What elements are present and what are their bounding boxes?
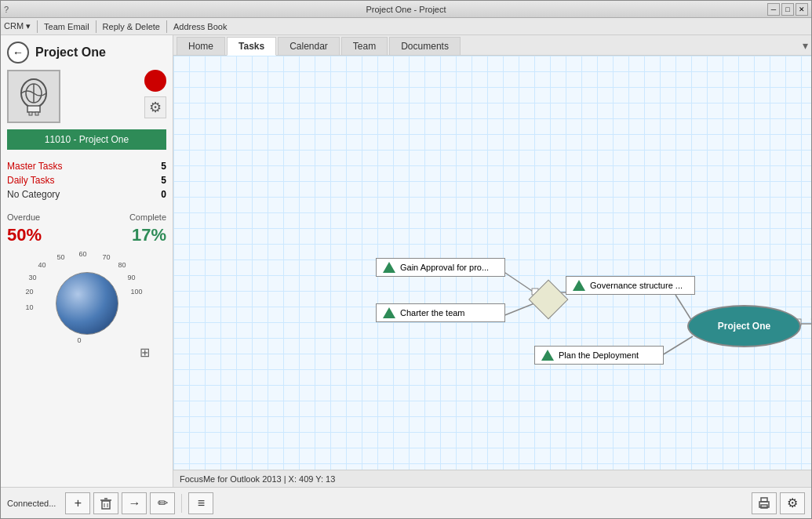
- diagram-status-bar: FocusMe for Outlook 2013 | X: 409 Y: 13: [173, 470, 811, 487]
- toolbar-sep1: [37, 20, 38, 33]
- stats-section: Master Tasks 5 Daily Tasks 5 No Category…: [7, 159, 166, 201]
- svg-rect-18: [102, 501, 110, 509]
- gauge-num-80: 80: [118, 261, 126, 269]
- charter-team-label: Charter the team: [400, 308, 465, 318]
- diagram-status-text: FocusMe for Outlook 2013 | X: 409 Y: 13: [180, 474, 335, 484]
- node-plan-deployment[interactable]: Plan the Deployment: [534, 346, 664, 365]
- node-charter-team[interactable]: Charter the team: [376, 303, 505, 322]
- complete-label: Complete: [129, 212, 166, 222]
- gauge-ball: [56, 272, 118, 335]
- gauge-num-0: 0: [78, 336, 82, 344]
- trash-icon: [99, 496, 113, 510]
- list-button[interactable]: ≡: [188, 492, 213, 514]
- connection-status: Connected...: [7, 499, 56, 508]
- tab-tasks[interactable]: Tasks: [227, 37, 276, 56]
- gauge-num-30: 30: [29, 274, 37, 281]
- tab-dropdown-icon[interactable]: ▾: [803, 39, 808, 52]
- daily-tasks-value: 5: [161, 175, 166, 186]
- node-governance[interactable]: Governance structure ...: [566, 276, 695, 295]
- gear-icon[interactable]: ⚙: [144, 96, 166, 118]
- title-bar: ? Project One - Project ─ □ ✕: [1, 1, 811, 18]
- complete-value: 17%: [132, 225, 166, 245]
- help-button[interactable]: ?: [4, 5, 9, 14]
- svg-line-7: [503, 303, 534, 316]
- svg-rect-3: [27, 106, 40, 112]
- right-panel: Home Tasks Calendar Team Documents ▾: [173, 35, 811, 487]
- footer-sep1: [181, 494, 182, 513]
- overdue-label: Overdue: [7, 212, 40, 222]
- svg-rect-5: [35, 112, 38, 115]
- footer-toolbar: Connected... + → ✏ ≡ ⚙: [1, 487, 811, 518]
- print-button[interactable]: [752, 492, 777, 514]
- gauge-num-90: 90: [128, 274, 136, 281]
- sidebar-header: ← Project One: [7, 42, 166, 64]
- avatar-area: ⚙: [7, 70, 166, 123]
- brain-icon: [13, 76, 54, 117]
- window-controls: ─ □ ✕: [767, 3, 808, 16]
- avatar: [7, 70, 60, 123]
- settings-button[interactable]: ⚙: [780, 492, 805, 514]
- gauge-num-40: 40: [38, 261, 46, 269]
- printer-icon: [757, 496, 771, 510]
- toolbar-address-book[interactable]: Address Book: [173, 22, 227, 31]
- stat-no-category: No Category 0: [7, 187, 166, 201]
- back-button[interactable]: ←: [7, 42, 29, 64]
- svg-rect-4: [29, 112, 32, 115]
- task-triangle-icon: [383, 307, 395, 318]
- sidebar: ← Project One: [1, 35, 173, 487]
- progress-section: Overdue Complete 50% 17% 10 20 30 40 50 …: [7, 212, 166, 360]
- toolbar-team-email[interactable]: Team Email: [44, 22, 89, 31]
- no-category-label: No Category: [7, 189, 60, 200]
- gauge-num-100: 100: [131, 288, 143, 296]
- stat-master-tasks: Master Tasks 5: [7, 159, 166, 173]
- diamond1[interactable]: [529, 280, 569, 320]
- restore-button[interactable]: □: [781, 3, 794, 16]
- grid-icon[interactable]: ⊞: [140, 345, 150, 360]
- toolbar-reply-delete[interactable]: Reply & Delete: [103, 22, 160, 31]
- minimize-button[interactable]: ─: [767, 3, 780, 16]
- project-id-button[interactable]: 11010 - Project One: [7, 129, 166, 150]
- close-button[interactable]: ✕: [796, 3, 808, 16]
- node-gain-approval[interactable]: Gain Approval for pro...: [376, 258, 505, 277]
- gauge-num-10: 10: [26, 303, 34, 311]
- tab-documents[interactable]: Documents: [389, 37, 461, 55]
- plan-deployment-label: Plan the Deployment: [559, 350, 639, 360]
- gain-approval-label: Gain Approval for pro...: [400, 263, 489, 272]
- svg-rect-24: [761, 498, 767, 502]
- arrow-button[interactable]: →: [122, 492, 147, 514]
- window-title: Project One - Project: [366, 5, 446, 14]
- gauge: 10 20 30 40 50 60 70 80 90 100 0 ⊞: [24, 250, 150, 360]
- tab-bar: Home Tasks Calendar Team Documents ▾: [173, 35, 811, 56]
- overdue-value: 50%: [7, 225, 42, 245]
- delete-button[interactable]: [93, 492, 118, 514]
- add-button[interactable]: +: [65, 492, 90, 514]
- svg-rect-25: [761, 505, 767, 508]
- governance-label: Governance structure ...: [590, 281, 683, 290]
- gauge-num-70: 70: [103, 253, 111, 261]
- master-tasks-value: 5: [161, 161, 166, 172]
- no-category-value: 0: [161, 189, 166, 200]
- tab-team[interactable]: Team: [341, 37, 388, 55]
- master-tasks-label: Master Tasks: [7, 161, 62, 172]
- toolbar-sep2: [96, 20, 96, 33]
- svg-line-6: [503, 271, 534, 292]
- daily-tasks-label: Daily Tasks: [7, 175, 54, 186]
- diagram-area[interactable]: Gain Approval for pro... Charter the tea…: [173, 56, 811, 470]
- tab-calendar[interactable]: Calendar: [278, 37, 340, 55]
- tab-home[interactable]: Home: [177, 37, 225, 55]
- progress-header: Overdue Complete: [7, 212, 166, 222]
- toolbar-sep3: [166, 20, 167, 33]
- main-content: ← Project One: [1, 35, 811, 487]
- ellipse-project-one[interactable]: Project One: [687, 305, 801, 347]
- toolbar-crm[interactable]: CRM ▾: [4, 21, 31, 31]
- window-frame: ? Project One - Project ─ □ ✕ CRM ▾ Team…: [0, 0, 812, 519]
- sidebar-status-icons: ⚙: [144, 70, 166, 118]
- gauge-num-50: 50: [57, 253, 65, 261]
- toolbar: CRM ▾ Team Email Reply & Delete Address …: [1, 18, 811, 35]
- stat-daily-tasks: Daily Tasks 5: [7, 173, 166, 187]
- project-title: Project One: [35, 45, 106, 60]
- task-triangle-icon: [383, 262, 395, 273]
- edit-button[interactable]: ✏: [150, 492, 175, 514]
- status-indicator: [144, 70, 166, 92]
- gauge-num-20: 20: [26, 288, 34, 296]
